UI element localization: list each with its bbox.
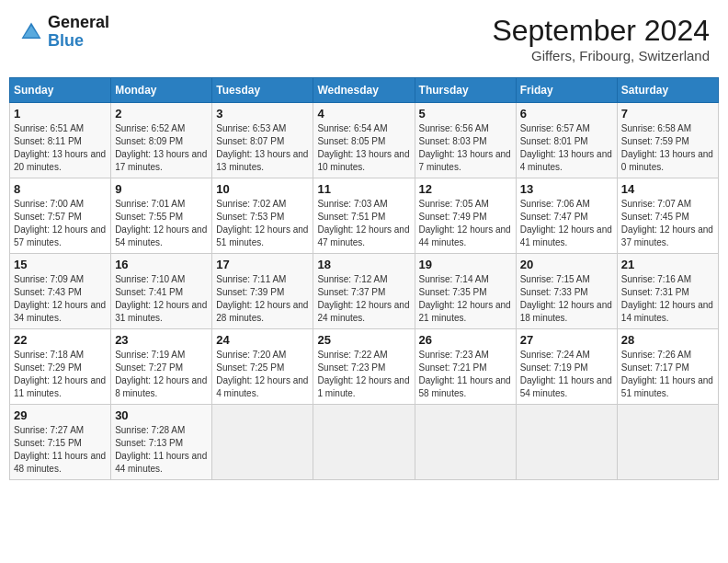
calendar-cell (617, 405, 718, 480)
day-detail: Sunrise: 7:01 AM Sunset: 7:55 PM Dayligh… (115, 198, 208, 249)
calendar-cell: 24 Sunrise: 7:20 AM Sunset: 7:25 PM Dayl… (212, 329, 313, 405)
day-number: 29 (14, 408, 107, 422)
day-detail: Sunrise: 6:54 AM Sunset: 8:05 PM Dayligh… (317, 122, 410, 174)
calendar-cell: 5 Sunrise: 6:56 AM Sunset: 8:03 PM Dayli… (415, 103, 516, 178)
calendar-cell: 10 Sunrise: 7:02 AM Sunset: 7:53 PM Dayl… (212, 178, 313, 254)
calendar-cell: 27 Sunrise: 7:24 AM Sunset: 7:19 PM Dayl… (516, 329, 617, 405)
day-detail: Sunrise: 7:16 AM Sunset: 7:31 PM Dayligh… (621, 273, 714, 325)
calendar-cell (313, 405, 415, 480)
calendar-cell: 8 Sunrise: 7:00 AM Sunset: 7:57 PM Dayli… (10, 178, 111, 254)
calendar-cell: 18 Sunrise: 7:12 AM Sunset: 7:37 PM Dayl… (313, 254, 415, 329)
day-detail: Sunrise: 6:56 AM Sunset: 8:03 PM Dayligh… (419, 122, 512, 174)
day-number: 15 (14, 258, 107, 271)
day-detail: Sunrise: 7:06 AM Sunset: 7:47 PM Dayligh… (520, 198, 613, 249)
day-number: 24 (216, 333, 309, 347)
calendar-cell: 3 Sunrise: 6:53 AM Sunset: 8:07 PM Dayli… (212, 103, 313, 178)
day-number: 12 (419, 182, 512, 196)
calendar-cell: 19 Sunrise: 7:14 AM Sunset: 7:35 PM Dayl… (415, 254, 516, 329)
header-day-thursday: Thursday (415, 78, 516, 103)
calendar-cell (212, 405, 313, 480)
day-detail: Sunrise: 6:57 AM Sunset: 8:01 PM Dayligh… (520, 122, 613, 174)
day-number: 13 (520, 182, 613, 196)
logo: General Blue (18, 14, 109, 51)
day-number: 28 (621, 333, 714, 347)
day-number: 26 (419, 333, 512, 347)
day-detail: Sunrise: 6:51 AM Sunset: 8:11 PM Dayligh… (14, 122, 107, 174)
header-day-sunday: Sunday (10, 78, 111, 103)
day-detail: Sunrise: 7:15 AM Sunset: 7:33 PM Dayligh… (520, 273, 613, 325)
calendar-header-row: SundayMondayTuesdayWednesdayThursdayFrid… (10, 78, 719, 103)
day-detail: Sunrise: 6:58 AM Sunset: 7:59 PM Dayligh… (621, 122, 714, 174)
day-detail: Sunrise: 6:52 AM Sunset: 8:09 PM Dayligh… (115, 122, 208, 174)
day-number: 21 (621, 258, 714, 271)
calendar-cell: 9 Sunrise: 7:01 AM Sunset: 7:55 PM Dayli… (111, 178, 212, 254)
title-block: September 2024 Giffers, Fribourg, Switze… (492, 14, 710, 63)
calendar-cell: 13 Sunrise: 7:06 AM Sunset: 7:47 PM Dayl… (516, 178, 617, 254)
day-number: 3 (216, 107, 309, 121)
day-detail: Sunrise: 7:14 AM Sunset: 7:35 PM Dayligh… (419, 273, 512, 325)
calendar-week-row: 29 Sunrise: 7:27 AM Sunset: 7:15 PM Dayl… (10, 405, 719, 480)
day-number: 1 (14, 107, 107, 121)
day-detail: Sunrise: 7:00 AM Sunset: 7:57 PM Dayligh… (14, 198, 107, 249)
day-detail: Sunrise: 7:20 AM Sunset: 7:25 PM Dayligh… (216, 349, 309, 400)
day-detail: Sunrise: 7:24 AM Sunset: 7:19 PM Dayligh… (520, 349, 613, 400)
day-number: 22 (14, 333, 107, 347)
day-number: 11 (317, 182, 410, 196)
day-number: 10 (216, 182, 309, 196)
day-number: 9 (115, 182, 208, 196)
day-number: 16 (115, 258, 208, 271)
logo-text: General Blue (48, 14, 109, 51)
day-detail: Sunrise: 7:02 AM Sunset: 7:53 PM Dayligh… (216, 198, 309, 249)
day-number: 14 (621, 182, 714, 196)
page-header: General Blue September 2024 Giffers, Fri… (9, 9, 719, 68)
day-number: 20 (520, 258, 613, 271)
calendar-cell: 29 Sunrise: 7:27 AM Sunset: 7:15 PM Dayl… (10, 405, 111, 480)
calendar-week-row: 1 Sunrise: 6:51 AM Sunset: 8:11 PM Dayli… (10, 103, 719, 178)
day-number: 8 (14, 182, 107, 196)
day-number: 25 (317, 333, 410, 347)
header-day-saturday: Saturday (617, 78, 718, 103)
calendar-cell: 25 Sunrise: 7:22 AM Sunset: 7:23 PM Dayl… (313, 329, 415, 405)
calendar-cell: 7 Sunrise: 6:58 AM Sunset: 7:59 PM Dayli… (617, 103, 718, 178)
day-detail: Sunrise: 7:03 AM Sunset: 7:51 PM Dayligh… (317, 198, 410, 249)
calendar-cell: 23 Sunrise: 7:19 AM Sunset: 7:27 PM Dayl… (111, 329, 212, 405)
calendar-cell: 28 Sunrise: 7:26 AM Sunset: 7:17 PM Dayl… (617, 329, 718, 405)
day-detail: Sunrise: 7:12 AM Sunset: 7:37 PM Dayligh… (317, 273, 410, 325)
day-number: 27 (520, 333, 613, 347)
day-detail: Sunrise: 7:22 AM Sunset: 7:23 PM Dayligh… (317, 349, 410, 400)
calendar-cell: 16 Sunrise: 7:10 AM Sunset: 7:41 PM Dayl… (111, 254, 212, 329)
calendar-week-row: 22 Sunrise: 7:18 AM Sunset: 7:29 PM Dayl… (10, 329, 719, 405)
calendar-cell: 11 Sunrise: 7:03 AM Sunset: 7:51 PM Dayl… (313, 178, 415, 254)
calendar-table: SundayMondayTuesdayWednesdayThursdayFrid… (9, 77, 719, 480)
day-detail: Sunrise: 7:11 AM Sunset: 7:39 PM Dayligh… (216, 273, 309, 325)
header-day-friday: Friday (516, 78, 617, 103)
day-detail: Sunrise: 7:26 AM Sunset: 7:17 PM Dayligh… (621, 349, 714, 400)
calendar-cell: 14 Sunrise: 7:07 AM Sunset: 7:45 PM Dayl… (617, 178, 718, 254)
logo-icon (18, 19, 44, 45)
day-number: 7 (621, 107, 714, 121)
calendar-cell: 17 Sunrise: 7:11 AM Sunset: 7:39 PM Dayl… (212, 254, 313, 329)
day-detail: Sunrise: 7:09 AM Sunset: 7:43 PM Dayligh… (14, 273, 107, 325)
calendar-cell: 1 Sunrise: 6:51 AM Sunset: 8:11 PM Dayli… (10, 103, 111, 178)
calendar-cell: 15 Sunrise: 7:09 AM Sunset: 7:43 PM Dayl… (10, 254, 111, 329)
day-detail: Sunrise: 7:28 AM Sunset: 7:13 PM Dayligh… (115, 424, 208, 476)
day-detail: Sunrise: 7:19 AM Sunset: 7:27 PM Dayligh… (115, 349, 208, 400)
header-day-wednesday: Wednesday (313, 78, 415, 103)
day-number: 5 (419, 107, 512, 121)
day-detail: Sunrise: 7:27 AM Sunset: 7:15 PM Dayligh… (14, 424, 107, 476)
calendar-cell: 21 Sunrise: 7:16 AM Sunset: 7:31 PM Dayl… (617, 254, 718, 329)
day-number: 6 (520, 107, 613, 121)
day-number: 23 (115, 333, 208, 347)
calendar-cell: 4 Sunrise: 6:54 AM Sunset: 8:05 PM Dayli… (313, 103, 415, 178)
location-title: Giffers, Fribourg, Switzerland (492, 48, 710, 63)
calendar-cell: 30 Sunrise: 7:28 AM Sunset: 7:13 PM Dayl… (111, 405, 212, 480)
calendar-week-row: 15 Sunrise: 7:09 AM Sunset: 7:43 PM Dayl… (10, 254, 719, 329)
day-number: 4 (317, 107, 410, 121)
day-number: 30 (115, 408, 208, 422)
day-detail: Sunrise: 7:07 AM Sunset: 7:45 PM Dayligh… (621, 198, 714, 249)
header-day-monday: Monday (111, 78, 212, 103)
day-detail: Sunrise: 7:10 AM Sunset: 7:41 PM Dayligh… (115, 273, 208, 325)
header-day-tuesday: Tuesday (212, 78, 313, 103)
calendar-cell: 12 Sunrise: 7:05 AM Sunset: 7:49 PM Dayl… (415, 178, 516, 254)
calendar-cell: 20 Sunrise: 7:15 AM Sunset: 7:33 PM Dayl… (516, 254, 617, 329)
